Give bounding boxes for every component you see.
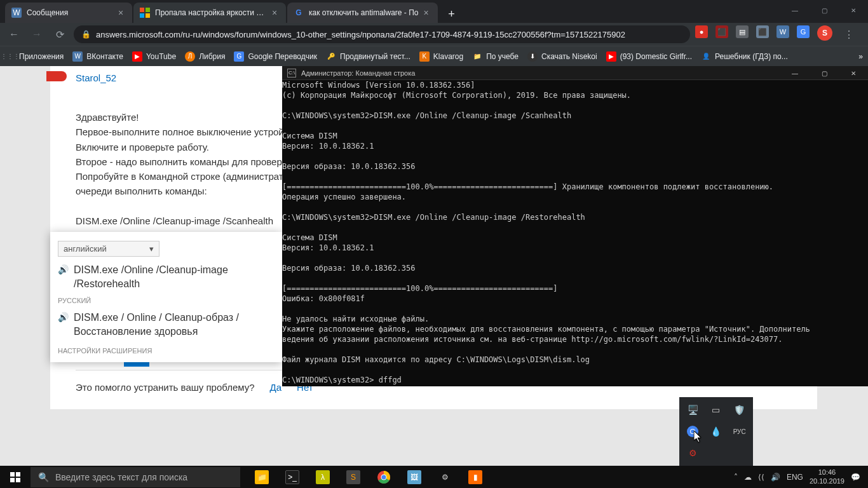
- menu-icon[interactable]: ⋮: [840, 25, 858, 43]
- tray-app-icon[interactable]: ⚙: [685, 445, 700, 461]
- start-button[interactable]: [0, 466, 31, 488]
- cmd-minimize-icon[interactable]: —: [780, 66, 810, 80]
- search-icon: 🔍: [38, 472, 49, 482]
- svg-rect-8: [16, 472, 20, 477]
- tab-google-search[interactable]: G как отключить antimalware - По ×: [287, 3, 438, 23]
- task-explorer[interactable]: 📁: [247, 466, 277, 488]
- source-text: DISM.exe /Online /Cleanup-image /Restore…: [74, 263, 275, 290]
- cmd-close-icon[interactable]: ✕: [839, 66, 868, 80]
- close-icon[interactable]: ×: [116, 8, 126, 18]
- translated-text: DISM.exe / Online / Cleanup-образ / Восс…: [74, 311, 275, 338]
- tray-nvidia-icon[interactable]: 💧: [709, 424, 724, 439]
- svg-point-13: [382, 475, 386, 479]
- bookmarks-bar: ⋮⋮⋮Приложения WВКонтакте ▶YouTube ЛЛибри…: [0, 46, 868, 66]
- cmd-window: C:\ Администратор: Командная строка — ▢ …: [282, 66, 868, 386]
- tray-volume-icon[interactable]: 🔊: [771, 473, 780, 482]
- language-select[interactable]: английский ▾: [58, 241, 159, 257]
- svg-rect-9: [10, 478, 15, 482]
- favicon-ms-icon: [140, 8, 150, 18]
- chrome-minimize-icon[interactable]: —: [780, 0, 810, 20]
- svg-rect-3: [146, 13, 150, 18]
- speaker-icon[interactable]: 🔊: [58, 264, 69, 274]
- apps-button[interactable]: ⋮⋮⋮Приложения: [5, 51, 64, 62]
- tray-expand-icon[interactable]: ˄: [734, 473, 738, 482]
- bookmark-youtube[interactable]: ▶YouTube: [132, 51, 176, 62]
- feedback-question: Это помогло устранить вашу проблему?: [76, 382, 255, 393]
- bookmark-libria[interactable]: ЛЛибрия: [185, 51, 225, 62]
- bookmark-klavarog[interactable]: KKlavarog: [419, 51, 463, 62]
- system-tray: ˄ ☁ ⟨⟨ 🔊 ENG 10:46 20.10.2019 💬: [734, 466, 868, 488]
- bookmark-study[interactable]: 📁По учебе: [472, 51, 519, 62]
- tray-cloud-icon[interactable]: ☁: [744, 473, 752, 482]
- taskbar-apps: 📁 >_ λ S 🖼 ⚙ ▮: [247, 466, 491, 488]
- task-cmd[interactable]: >_: [277, 466, 308, 488]
- chrome-maximize-icon[interactable]: ▢: [810, 0, 839, 20]
- close-icon[interactable]: ×: [421, 8, 431, 18]
- task-gallery[interactable]: 🖼: [399, 466, 430, 488]
- bookmark-nisekoi[interactable]: ⬇Скачать Nisekoi: [527, 51, 597, 62]
- search-placeholder: Введите здесь текст для поиска: [55, 472, 187, 482]
- favicon-vk-icon: W: [11, 8, 22, 18]
- tab-title: Пропала настройка яркости экр: [155, 8, 267, 17]
- tray-display-icon[interactable]: 🖥️: [685, 402, 700, 417]
- tray-defender-icon[interactable]: 🛡️: [732, 402, 747, 417]
- task-settings[interactable]: ⚙: [430, 466, 460, 488]
- svg-point-6: [691, 430, 695, 433]
- svg-rect-1: [146, 8, 150, 12]
- bookmark-translate[interactable]: GGoogle Переводчик: [234, 51, 317, 62]
- bookmark-vk[interactable]: WВКонтакте: [72, 51, 123, 62]
- cmd-icon: C:\: [287, 69, 296, 78]
- bookmark-gdz[interactable]: 👤Решебник (ГДЗ) по...: [701, 51, 788, 62]
- url-field[interactable]: 🔒 answers.microsoft.com/ru-ru/windows/fo…: [74, 25, 690, 43]
- taskbar: 🔍 Введите здесь текст для поиска 📁 >_ λ …: [0, 466, 868, 488]
- ext-pdf-icon[interactable]: ⬛: [715, 25, 728, 38]
- feedback-yes[interactable]: Да: [270, 382, 282, 393]
- extension-settings-link[interactable]: НАСТРОЙКИ РАСШИРЕНИЯ: [58, 347, 275, 355]
- close-icon[interactable]: ×: [269, 8, 280, 18]
- user-avatar-icon: [46, 71, 67, 81]
- tray-lang-icon[interactable]: РУС: [732, 424, 747, 439]
- bookmark-domestic[interactable]: ▶(93) Domestic Girlfr...: [606, 51, 692, 62]
- url-text: answers.microsoft.com/ru-ru/windows/foru…: [96, 30, 625, 39]
- task-app2[interactable]: ▮: [460, 466, 491, 488]
- browser-tabs-bar: W Сообщения × Пропала настройка яркости …: [0, 0, 868, 23]
- ext-reader-icon[interactable]: ▤: [736, 25, 749, 38]
- taskbar-search[interactable]: 🔍 Введите здесь текст для поиска: [31, 467, 240, 487]
- task-app1[interactable]: λ: [308, 466, 338, 488]
- tray-monitor-icon[interactable]: ▭: [709, 402, 724, 417]
- bookmarks-overflow[interactable]: »: [858, 52, 863, 61]
- tray-lang-indicator[interactable]: ENG: [787, 473, 803, 482]
- speaker-icon[interactable]: 🔊: [58, 312, 69, 322]
- reload-button[interactable]: ⟳: [51, 25, 69, 43]
- ext-vk-icon[interactable]: W: [776, 25, 789, 38]
- task-sublime[interactable]: S: [338, 466, 369, 488]
- new-tab-button[interactable]: +: [443, 5, 461, 23]
- notifications-icon[interactable]: 💬: [851, 473, 860, 482]
- tray-wifi-icon[interactable]: ⟨⟨: [758, 473, 764, 482]
- tab-microsoft-answers[interactable]: Пропала настройка яркости экр ×: [133, 3, 286, 23]
- tab-title: Сообщения: [27, 8, 113, 17]
- cmd-output[interactable]: Microsoft Windows [Version 10.0.18362.35…: [282, 80, 868, 385]
- svg-rect-0: [140, 8, 144, 12]
- tab-title: как отключить antimalware - По: [309, 8, 419, 17]
- user-avatar[interactable]: S: [817, 25, 832, 41]
- chrome-close-icon[interactable]: ✕: [839, 0, 868, 20]
- taskbar-clock[interactable]: 10:46 20.10.2019: [810, 468, 844, 485]
- task-chrome[interactable]: [369, 466, 399, 488]
- extensions: ● ⬛ ▤ ⬛ W G S ⋮: [695, 25, 863, 43]
- cmd-titlebar[interactable]: C:\ Администратор: Командная строка — ▢ …: [282, 66, 868, 80]
- tray-chrome-icon[interactable]: [685, 424, 700, 439]
- translate-popup: английский ▾ 🔊 DISM.exe /Online /Cleanup…: [50, 232, 282, 362]
- forward-button[interactable]: →: [28, 25, 46, 43]
- ext-adblock-icon[interactable]: ●: [695, 25, 708, 38]
- ext-grammar-icon[interactable]: ⬛: [756, 25, 769, 38]
- svg-rect-10: [16, 478, 20, 482]
- back-button[interactable]: ←: [5, 25, 23, 43]
- lock-icon: 🔒: [81, 30, 91, 39]
- bookmark-test[interactable]: 🔑Продвинутый тест...: [326, 51, 410, 62]
- cmd-maximize-icon[interactable]: ▢: [810, 66, 839, 80]
- favicon-google-icon: G: [294, 8, 304, 18]
- svg-rect-7: [10, 472, 15, 477]
- ext-translate-icon[interactable]: G: [797, 25, 810, 38]
- tab-messages[interactable]: W Сообщения ×: [5, 3, 132, 23]
